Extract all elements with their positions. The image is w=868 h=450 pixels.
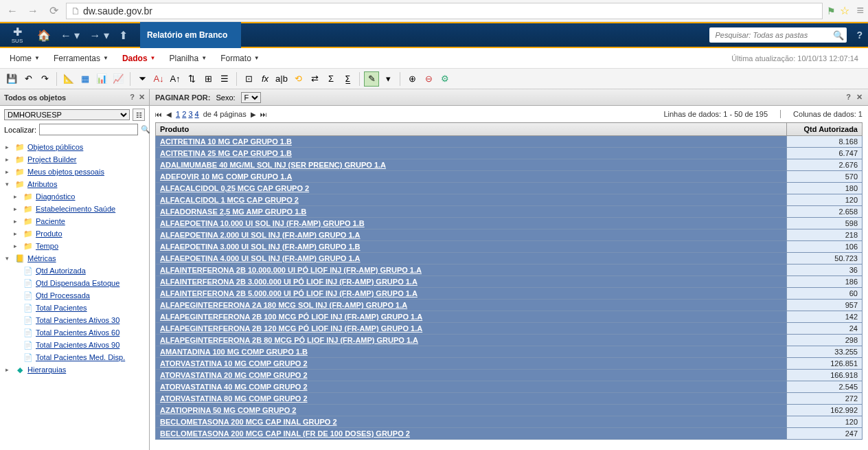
product-cell[interactable]: ALFAINTERFERONA 2B 3.000.000 UI PÓ LIOF …	[156, 276, 787, 288]
tree-item[interactable]: 📄Qtd Processada	[1, 289, 148, 302]
product-cell[interactable]: ATORVASTATINA 40 MG COMP GRUPO 2	[156, 381, 787, 393]
schema-select[interactable]: DMHORUSESP	[4, 109, 130, 120]
product-cell[interactable]: BECLOMETASONA 200 MCG CAP INAL GRUPO 2	[156, 416, 787, 428]
sort-desc-icon[interactable]: A↑	[168, 71, 183, 87]
product-cell[interactable]: ALFAPEGINTERFERONA 2A 180 MCG SOL INJ (F…	[156, 300, 787, 311]
redo-icon[interactable]: ↷	[37, 71, 52, 87]
back-arrow-icon[interactable]: ← ▾	[60, 29, 80, 42]
drill-icon[interactable]: ⊞	[201, 71, 216, 87]
format-icon[interactable]: ✎	[364, 71, 379, 87]
product-cell[interactable]: AMANTADINA 100 MG COMP GRUPO 1.B	[156, 346, 787, 358]
menu-formato[interactable]: Formato ▼	[220, 54, 260, 63]
expand-icon[interactable]: ▸	[5, 144, 12, 150]
tree-item[interactable]: ▸📁Project Builder	[1, 153, 148, 166]
remove-icon[interactable]: ⊖	[421, 71, 436, 87]
page-number[interactable]: 2	[182, 110, 186, 118]
product-cell[interactable]: BECLOMETASONA 200 MCG CAP INAL (FR DE 10…	[156, 428, 787, 440]
column-header-qty[interactable]: Qtd Autorizada	[787, 123, 863, 136]
product-cell[interactable]: ALFAPEGINTERFERONA 2B 80 MCG PÓ LIOF INJ…	[156, 335, 787, 346]
expand-icon[interactable]: ▾	[5, 255, 12, 262]
outline-icon[interactable]: ☰	[217, 71, 232, 87]
tree-item[interactable]: ▸📁Meus objetos pessoais	[1, 166, 148, 178]
chart-icon[interactable]: 📊	[94, 71, 109, 87]
help-icon[interactable]: ?	[856, 30, 863, 41]
tree-item[interactable]: 📄Total Pacientes	[1, 302, 148, 314]
tree-item[interactable]: 📄Total Pacientes Ativos 60	[1, 326, 148, 339]
tree-item[interactable]: ▸📁Estabelecimento Saúde	[1, 203, 148, 215]
product-cell[interactable]: ALFACALCIDOL 1 MCG CAP GRUPO 2	[156, 194, 787, 206]
expand-icon[interactable]: ▸	[5, 156, 12, 163]
panel-help-icon[interactable]: ?	[130, 93, 135, 102]
hierarchy-toggle-icon[interactable]: ☷	[133, 109, 145, 121]
expand-icon[interactable]: ▸	[14, 230, 21, 237]
expand-icon[interactable]: ▸	[14, 243, 21, 249]
tree-item[interactable]: 📄Total Pacientes Med. Disp.	[1, 351, 148, 363]
page-number[interactable]: 4	[195, 110, 199, 118]
product-cell[interactable]: ALFADORNASE 2,5 MG AMP GRUPO 1.B	[156, 206, 787, 218]
browser-reload-button[interactable]: ⟳	[45, 3, 62, 19]
expand-icon[interactable]: ▸	[14, 205, 21, 212]
save-icon[interactable]: 💾	[4, 71, 19, 87]
subtotal-icon[interactable]: Σ̲	[340, 71, 355, 87]
expand-icon[interactable]: ▾	[5, 181, 12, 188]
sum-icon[interactable]: Σ	[323, 71, 339, 87]
expand-icon[interactable]: ▸	[14, 193, 21, 200]
product-cell[interactable]: ALFAINTERFERONA 2B 5.000.000 UI PÓ LIOF …	[156, 288, 787, 300]
url-bar[interactable]: 🗋 dw.saude.gov.br	[66, 3, 823, 19]
product-cell[interactable]: ALFAEPOETINA 10.000 UI SOL INJ (FR-AMP) …	[156, 218, 787, 229]
prev-page-icon[interactable]: ◀	[166, 111, 172, 118]
menu-dados[interactable]: Dados ▼	[122, 54, 156, 63]
format-drop-icon[interactable]: ▾	[380, 71, 396, 87]
global-search[interactable]: 🔍	[709, 27, 847, 43]
product-cell[interactable]: ACITRETINA 25 MG CAP GRUPO 1.B	[156, 148, 787, 159]
expand-icon[interactable]: ▸	[5, 168, 12, 175]
tree-item[interactable]: ▸📁Produto	[1, 227, 148, 240]
forward-arrow-icon[interactable]: → ▾	[89, 29, 108, 42]
flag-icon[interactable]: ⚑	[827, 5, 836, 16]
tree-item[interactable]: 📄Qtd Dispensada Estoque	[1, 277, 148, 289]
product-cell[interactable]: ALFAEPOETINA 4.000 UI SOL INJ (FR-AMP) G…	[156, 253, 787, 265]
tree-item[interactable]: ▸📁Diagnóstico	[1, 190, 148, 203]
product-cell[interactable]: ATORVASTATINA 10 MG COMP GRUPO 2	[156, 358, 787, 370]
refresh-icon[interactable]: ⟲	[290, 71, 306, 87]
search-input[interactable]	[712, 31, 833, 39]
options-icon[interactable]: ⚙	[437, 71, 453, 87]
tree-item[interactable]: ▸📁Objetos públicos	[1, 141, 148, 153]
next-page-icon[interactable]: ▶	[251, 111, 256, 118]
product-cell[interactable]: ADALIMUMABE 40 MG/ML SOL INJ (SER PREENC…	[156, 159, 787, 171]
upload-icon[interactable]: ⬆	[119, 29, 128, 42]
add-blank-icon[interactable]: ⊕	[404, 71, 420, 87]
pivot-icon[interactable]: ⇅	[184, 71, 199, 87]
grid-close-icon[interactable]: ✕	[856, 93, 863, 102]
panel-close-icon[interactable]: ✕	[139, 93, 145, 102]
grid-icon[interactable]: ▦	[78, 71, 93, 87]
product-cell[interactable]: ALFAINTERFERONA 2B 10.000.000 UI PÓ LIOF…	[156, 265, 787, 276]
column-header-product[interactable]: Produto	[156, 123, 787, 136]
product-cell[interactable]: ALFACALCIDOL 0,25 MCG CAP GRUPO 2	[156, 183, 787, 194]
grid-help-icon[interactable]: ?	[846, 93, 851, 102]
product-cell[interactable]: AZATIOPRINA 50 MG COMP GRUPO 2	[156, 405, 787, 416]
sort-asc-icon[interactable]: A↓	[151, 71, 166, 87]
first-page-icon[interactable]: ⏮	[155, 111, 162, 118]
product-cell[interactable]: ALFAEPOETINA 2.000 UI SOL INJ (FR-AMP) G…	[156, 229, 787, 241]
expand-icon[interactable]: ▸	[14, 218, 21, 225]
totals-icon[interactable]: ⊡	[241, 71, 256, 87]
product-cell[interactable]: ACITRETINA 10 MG CAP GRUPO 1.B	[156, 136, 787, 148]
object-search-input[interactable]	[39, 124, 138, 135]
tree-item[interactable]: ▸📁Paciente	[1, 215, 148, 227]
browser-menu-icon[interactable]: ≡	[856, 3, 864, 18]
browser-back-button[interactable]: ←	[4, 3, 21, 19]
tree-item[interactable]: 📄Qtd Autorizada	[1, 265, 148, 277]
search-icon[interactable]: 🔍	[833, 30, 844, 41]
product-cell[interactable]: ALFAPEGINTERFERONA 2B 100 MCG PÓ LIOF IN…	[156, 311, 787, 323]
menu-planilha[interactable]: Planilha ▼	[170, 54, 207, 63]
filter-icon[interactable]: ⏷	[135, 71, 150, 87]
menu-home[interactable]: Home ▼	[10, 54, 40, 63]
tree-item[interactable]: ▸◆Hierarquias	[1, 363, 148, 376]
rename-icon[interactable]: a|b	[274, 71, 289, 87]
page-number[interactable]: 1	[176, 110, 180, 118]
tree-item[interactable]: 📄Total Pacientes Ativos 30	[1, 314, 148, 326]
last-page-icon[interactable]: ⏭	[260, 111, 267, 118]
design-icon[interactable]: 📐	[61, 71, 76, 87]
undo-icon[interactable]: ↶	[21, 71, 36, 87]
